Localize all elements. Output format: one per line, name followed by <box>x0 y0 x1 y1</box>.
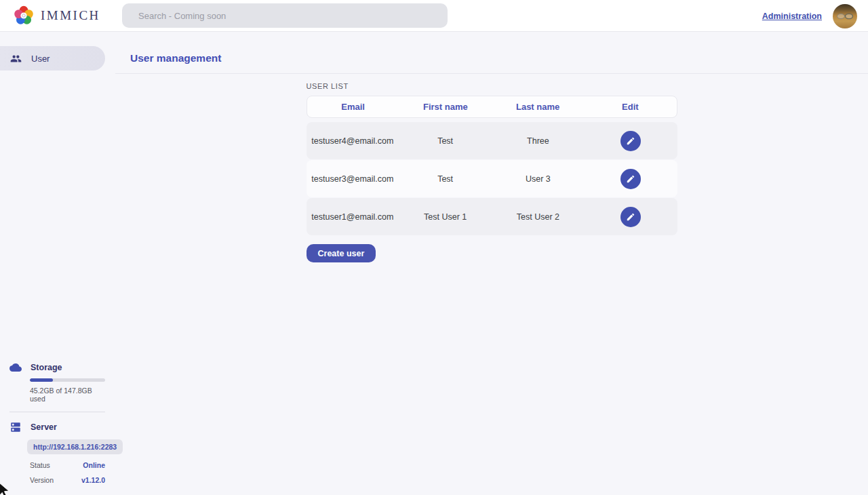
main-content: User management USER LIST Email First na… <box>115 32 868 495</box>
cell-first-name: Test <box>399 136 492 146</box>
user-table: testuser4@email.com Test Three testuser3… <box>307 122 677 235</box>
cell-last-name: Three <box>492 136 585 146</box>
column-header-first-name: First name <box>399 102 492 112</box>
cell-first-name: Test User 1 <box>399 212 492 222</box>
status-value: Online <box>83 461 105 469</box>
edit-user-button[interactable] <box>620 169 641 189</box>
mouse-cursor <box>0 483 13 495</box>
user-avatar[interactable] <box>833 4 857 28</box>
pencil-icon <box>626 212 635 222</box>
page-title: User management <box>130 52 868 64</box>
column-header-email: Email <box>307 102 399 112</box>
brand-wordmark: IMMICH <box>41 8 100 23</box>
cell-email: testuser1@email.com <box>307 212 399 222</box>
sidebar: User Storage 45.2GB of 147.8GB used Serv… <box>0 32 115 495</box>
pencil-icon <box>626 136 635 146</box>
cell-email: testuser3@email.com <box>307 174 399 184</box>
cell-email: testuser4@email.com <box>307 136 399 146</box>
pencil-icon <box>626 174 635 184</box>
table-row: testuser4@email.com Test Three <box>307 122 677 159</box>
title-divider <box>115 73 868 74</box>
server-title: Server <box>31 422 57 432</box>
table-row: testuser1@email.com Test User 1 Test Use… <box>307 198 677 235</box>
user-list-section: USER LIST Email First name Last name Edi… <box>307 82 677 262</box>
column-header-last-name: Last name <box>492 102 584 112</box>
administration-link[interactable]: Administration <box>762 12 822 21</box>
storage-title: Storage <box>31 363 62 372</box>
sidebar-divider <box>9 412 105 412</box>
sidebar-item-user[interactable]: User <box>0 46 105 71</box>
cloud-icon <box>9 361 22 374</box>
version-value: v1.12.0 <box>81 476 105 484</box>
top-bar: IMMICH Administration <box>0 0 868 32</box>
server-icon <box>9 421 22 433</box>
status-label: Status <box>30 461 50 469</box>
users-group-icon <box>10 53 22 64</box>
column-header-edit: Edit <box>584 102 676 112</box>
table-header-row: Email First name Last name Edit <box>307 96 677 118</box>
server-version-row: Version v1.12.0 <box>30 476 105 484</box>
table-row: testuser3@email.com Test User 3 <box>307 160 677 197</box>
server-url-badge: http://192.168.1.216:2283 <box>27 439 123 454</box>
server-status-row: Status Online <box>30 461 105 469</box>
storage-progress-fill <box>30 378 53 382</box>
server-section-header: Server <box>9 421 105 433</box>
section-label: USER LIST <box>307 82 677 90</box>
edit-user-button[interactable] <box>620 207 641 227</box>
immich-flower-icon <box>14 5 34 26</box>
search-input[interactable] <box>122 3 448 28</box>
storage-progress-track <box>30 378 105 382</box>
edit-user-button[interactable] <box>620 131 641 151</box>
cell-first-name: Test <box>399 174 492 184</box>
sidebar-item-user-label: User <box>31 54 50 64</box>
storage-usage-text: 45.2GB of 147.8GB used <box>30 387 105 403</box>
topbar-right: Administration <box>762 0 857 32</box>
sidebar-bottom-panel: Storage 45.2GB of 147.8GB used Server ht… <box>0 361 115 488</box>
version-label: Version <box>30 476 54 484</box>
glasses-icon <box>835 12 855 21</box>
create-user-button[interactable]: Create user <box>307 244 376 262</box>
cell-last-name: User 3 <box>492 174 585 184</box>
storage-section-header: Storage <box>9 361 105 374</box>
cell-last-name: Test User 2 <box>492 212 585 222</box>
immich-logo-link[interactable]: IMMICH <box>0 5 100 26</box>
